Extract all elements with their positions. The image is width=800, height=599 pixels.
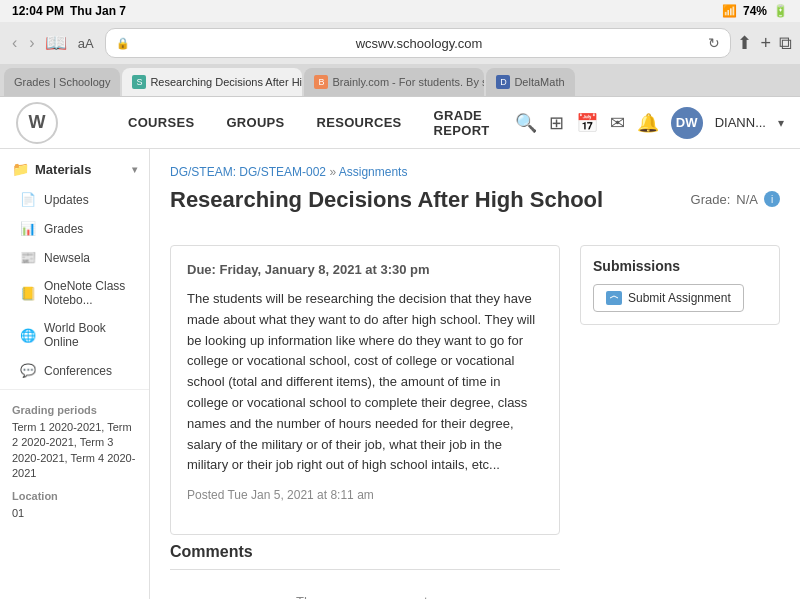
- onenote-icon: 📒: [20, 286, 36, 301]
- two-col-layout: Due: Friday, January 8, 2021 at 3:30 pm …: [170, 245, 780, 599]
- no-comments: There are no comments: [170, 578, 560, 599]
- nav-grade-report[interactable]: GRADE REPORT: [418, 97, 515, 149]
- newsela-icon: 📰: [20, 250, 36, 265]
- address-bar[interactable]: 🔒 wcswv.schoology.com ↻: [105, 28, 732, 58]
- submissions-box: Submissions Submit Assignment: [580, 245, 780, 325]
- calendar-button[interactable]: 📅: [576, 112, 598, 134]
- tab-researching-label: Researching Decisions After High S...: [150, 76, 302, 88]
- notifications-button[interactable]: 🔔: [637, 112, 659, 134]
- time: 12:04 PM: [12, 4, 64, 18]
- sidebar-item-updates[interactable]: 📄 Updates: [0, 185, 149, 214]
- address-text: wcswv.schoology.com: [136, 36, 703, 51]
- conferences-icon: 💬: [20, 363, 36, 378]
- location-value: 01: [12, 506, 137, 521]
- comments-title: Comments: [170, 543, 560, 570]
- submissions-title: Submissions: [593, 258, 767, 274]
- comments-section: Comments There are no comments: [170, 543, 560, 599]
- sidebar-divider: [0, 389, 149, 390]
- tabs-bar: Grades | Schoology S Researching Decisio…: [0, 64, 800, 96]
- tab-brainly[interactable]: B Brainly.com - For students. By stud...: [304, 68, 484, 96]
- sidebar: 📁 Materials ▾ 📄 Updates 📊 Grades 📰 Newse…: [0, 149, 150, 599]
- tab-brainly-label: Brainly.com - For students. By stud...: [332, 76, 484, 88]
- chevron-down-icon[interactable]: ▾: [778, 116, 784, 130]
- breadcrumb: DG/STEAM: DG/STEAM-002 » Assignments: [170, 165, 780, 179]
- nav-resources[interactable]: RESOURCES: [301, 97, 418, 149]
- grade-value: N/A: [736, 192, 758, 207]
- nav-groups[interactable]: GROUPS: [210, 97, 300, 149]
- tab-deltamath[interactable]: D DeltaMath: [486, 68, 574, 96]
- reader-button[interactable]: 📖: [45, 32, 67, 54]
- main-col: Due: Friday, January 8, 2021 at 3:30 pm …: [170, 245, 560, 599]
- grades-icon: 📊: [20, 221, 36, 236]
- user-name[interactable]: DIANN...: [715, 115, 766, 130]
- submit-button-label: Submit Assignment: [628, 291, 731, 305]
- sidebar-item-worldbook[interactable]: 🌐 World Book Online: [0, 314, 149, 356]
- grade-label: Grade:: [691, 192, 731, 207]
- tab-researching[interactable]: S Researching Decisions After High S...: [122, 68, 302, 96]
- assignment-content: Due: Friday, January 8, 2021 at 3:30 pm …: [170, 245, 560, 535]
- tab-grades[interactable]: Grades | Schoology: [4, 68, 120, 96]
- apps-button[interactable]: ⊞: [549, 112, 564, 134]
- onenote-label: OneNote Class Notebo...: [44, 279, 137, 307]
- main-content: 📁 Materials ▾ 📄 Updates 📊 Grades 📰 Newse…: [0, 149, 800, 599]
- page-title: Researching Decisions After High School: [170, 187, 603, 213]
- submit-assignment-button[interactable]: Submit Assignment: [593, 284, 744, 312]
- forward-button[interactable]: ›: [25, 32, 38, 54]
- wifi-icon: 📶: [722, 4, 737, 18]
- submit-icon: [606, 291, 622, 305]
- logo-area: W: [16, 102, 96, 144]
- back-button[interactable]: ‹: [8, 32, 21, 54]
- location-label: Location: [12, 490, 137, 502]
- schoology-nav: W COURSES GROUPS RESOURCES GRADE REPORT …: [0, 97, 800, 149]
- status-right: 📶 74% 🔋: [722, 4, 788, 18]
- lock-icon: 🔒: [116, 37, 130, 50]
- battery: 74%: [743, 4, 767, 18]
- text-size-button[interactable]: aA: [73, 34, 99, 53]
- grading-label: Grading periods: [12, 404, 137, 416]
- title-row: Researching Decisions After High School …: [170, 187, 780, 229]
- materials-icon: 📁: [12, 161, 29, 177]
- date: Thu Jan 7: [70, 4, 126, 18]
- school-logo: W: [16, 102, 58, 144]
- conferences-label: Conferences: [44, 364, 112, 378]
- due-date: Due: Friday, January 8, 2021 at 3:30 pm: [187, 262, 543, 277]
- tab-delta-favicon: D: [496, 75, 510, 89]
- tab-brainly-favicon: B: [314, 75, 328, 89]
- browser-chrome: ‹ › 📖 aA 🔒 wcswv.schoology.com ↻ ⬆ + ⧉ G…: [0, 22, 800, 97]
- status-left: 12:04 PM Thu Jan 7: [12, 4, 126, 18]
- materials-chevron: ▾: [132, 164, 137, 175]
- new-tab-button[interactable]: +: [760, 32, 771, 54]
- grade-info-icon[interactable]: i: [764, 191, 780, 207]
- tabs-button[interactable]: ⧉: [779, 32, 792, 54]
- tab-grades-label: Grades | Schoology: [14, 76, 110, 88]
- nav-icons: 🔍 ⊞ 📅 ✉ 🔔 DW DIANN... ▾: [515, 107, 784, 139]
- sidebar-item-grades[interactable]: 📊 Grades: [0, 214, 149, 243]
- status-bar: 12:04 PM Thu Jan 7 📶 74% 🔋: [0, 0, 800, 22]
- materials-label: Materials: [35, 162, 91, 177]
- materials-section-header[interactable]: 📁 Materials ▾: [0, 153, 149, 185]
- assignment-body: The students will be researching the dec…: [187, 289, 543, 476]
- messages-button[interactable]: ✉: [610, 112, 625, 134]
- tab-schoology-favicon: S: [132, 75, 146, 89]
- share-button[interactable]: ⬆: [737, 32, 752, 54]
- breadcrumb-assignments[interactable]: Assignments: [339, 165, 408, 179]
- browser-actions: ⬆ + ⧉: [737, 32, 792, 54]
- sidebar-item-newsela[interactable]: 📰 Newsela: [0, 243, 149, 272]
- reload-button[interactable]: ↻: [708, 35, 720, 51]
- breadcrumb-separator: »: [329, 165, 336, 179]
- posted-date: Posted Tue Jan 5, 2021 at 8:11 am: [187, 488, 543, 502]
- grading-value: Term 1 2020-2021, Term 2 2020-2021, Term…: [12, 420, 137, 482]
- user-avatar[interactable]: DW: [671, 107, 703, 139]
- breadcrumb-course[interactable]: DG/STEAM: DG/STEAM-002: [170, 165, 326, 179]
- newsela-label: Newsela: [44, 251, 90, 265]
- battery-icon: 🔋: [773, 4, 788, 18]
- info-section: Grading periods Term 1 2020-2021, Term 2…: [0, 394, 149, 531]
- grade-area: Grade: N/A i: [691, 191, 780, 207]
- content-area: DG/STEAM: DG/STEAM-002 » Assignments Res…: [150, 149, 800, 599]
- sidebar-item-onenote[interactable]: 📒 OneNote Class Notebo...: [0, 272, 149, 314]
- sidebar-item-conferences[interactable]: 💬 Conferences: [0, 356, 149, 385]
- nav-courses[interactable]: COURSES: [112, 97, 210, 149]
- tab-deltamath-label: DeltaMath: [514, 76, 564, 88]
- updates-icon: 📄: [20, 192, 36, 207]
- search-button[interactable]: 🔍: [515, 112, 537, 134]
